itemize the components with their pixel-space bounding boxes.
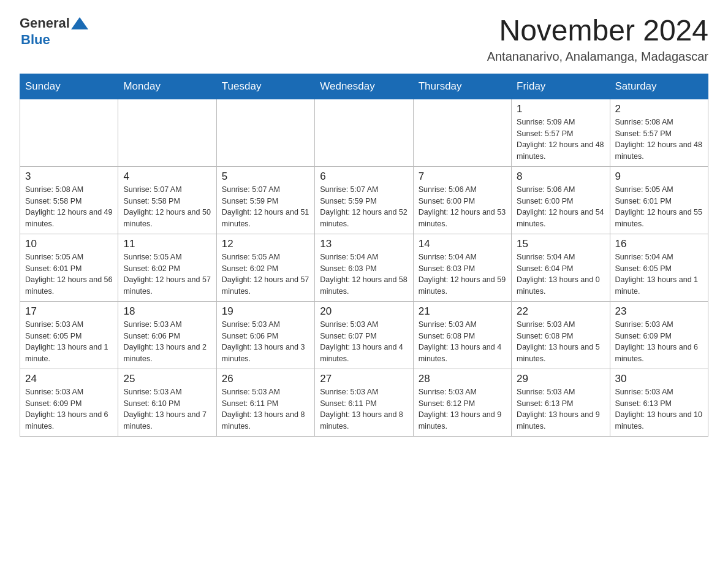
table-row: 25Sunrise: 5:03 AMSunset: 6:10 PMDayligh… — [118, 369, 216, 436]
table-row — [413, 99, 511, 166]
day-number: 24 — [25, 373, 113, 385]
day-info: Sunrise: 5:04 AMSunset: 6:04 PMDaylight:… — [517, 251, 604, 297]
table-row: 2Sunrise: 5:08 AMSunset: 5:57 PMDaylight… — [610, 99, 708, 166]
day-info: Sunrise: 5:05 AMSunset: 6:01 PMDaylight:… — [615, 184, 703, 230]
header-tuesday: Tuesday — [216, 74, 314, 99]
day-number: 27 — [320, 373, 408, 385]
table-row: 14Sunrise: 5:04 AMSunset: 6:03 PMDayligh… — [413, 234, 511, 301]
table-row: 12Sunrise: 5:05 AMSunset: 6:02 PMDayligh… — [216, 234, 314, 301]
table-row: 28Sunrise: 5:03 AMSunset: 6:12 PMDayligh… — [413, 369, 511, 436]
day-info: Sunrise: 5:04 AMSunset: 6:03 PMDaylight:… — [320, 251, 408, 297]
day-info: Sunrise: 5:03 AMSunset: 6:11 PMDaylight:… — [222, 386, 309, 432]
logo-icon — [71, 15, 88, 32]
calendar-subtitle: Antananarivo, Analamanga, Madagascar — [487, 50, 708, 64]
table-row: 20Sunrise: 5:03 AMSunset: 6:07 PMDayligh… — [315, 301, 413, 369]
table-row: 23Sunrise: 5:03 AMSunset: 6:09 PMDayligh… — [610, 301, 708, 369]
table-row: 6Sunrise: 5:07 AMSunset: 5:59 PMDaylight… — [315, 166, 413, 234]
table-row: 9Sunrise: 5:05 AMSunset: 6:01 PMDaylight… — [610, 166, 708, 234]
table-row: 11Sunrise: 5:05 AMSunset: 6:02 PMDayligh… — [118, 234, 216, 301]
day-number: 2 — [615, 103, 703, 115]
table-row: 21Sunrise: 5:03 AMSunset: 6:08 PMDayligh… — [413, 301, 511, 369]
day-info: Sunrise: 5:03 AMSunset: 6:12 PMDaylight:… — [419, 386, 506, 432]
day-number: 29 — [517, 373, 604, 385]
table-row: 30Sunrise: 5:03 AMSunset: 6:13 PMDayligh… — [610, 369, 708, 436]
day-number: 17 — [25, 305, 113, 318]
table-row: 22Sunrise: 5:03 AMSunset: 6:08 PMDayligh… — [512, 301, 610, 369]
day-info: Sunrise: 5:07 AMSunset: 5:58 PMDaylight:… — [123, 184, 211, 230]
header-friday: Friday — [512, 74, 610, 99]
day-info: Sunrise: 5:05 AMSunset: 6:01 PMDaylight:… — [25, 251, 113, 297]
table-row — [315, 99, 413, 166]
logo: General Blue — [20, 15, 88, 48]
day-number: 15 — [517, 238, 604, 250]
day-info: Sunrise: 5:08 AMSunset: 5:58 PMDaylight:… — [25, 184, 113, 230]
table-row: 7Sunrise: 5:06 AMSunset: 6:00 PMDaylight… — [413, 166, 511, 234]
calendar-week-row: 17Sunrise: 5:03 AMSunset: 6:05 PMDayligh… — [20, 301, 708, 369]
day-number: 13 — [320, 238, 408, 250]
day-info: Sunrise: 5:04 AMSunset: 6:03 PMDaylight:… — [419, 251, 506, 297]
table-row — [216, 99, 314, 166]
day-info: Sunrise: 5:05 AMSunset: 6:02 PMDaylight:… — [123, 251, 211, 297]
day-info: Sunrise: 5:03 AMSunset: 6:06 PMDaylight:… — [123, 319, 211, 365]
day-number: 10 — [25, 238, 113, 250]
day-number: 4 — [123, 170, 211, 183]
calendar-table: Sunday Monday Tuesday Wednesday Thursday… — [20, 74, 708, 437]
calendar-week-row: 3Sunrise: 5:08 AMSunset: 5:58 PMDaylight… — [20, 166, 708, 234]
header-monday: Monday — [118, 74, 216, 99]
calendar-week-row: 24Sunrise: 5:03 AMSunset: 6:09 PMDayligh… — [20, 369, 708, 436]
day-number: 11 — [123, 238, 211, 250]
day-info: Sunrise: 5:06 AMSunset: 6:00 PMDaylight:… — [517, 184, 604, 230]
table-row: 19Sunrise: 5:03 AMSunset: 6:06 PMDayligh… — [216, 301, 314, 369]
calendar-week-row: 1Sunrise: 5:09 AMSunset: 5:57 PMDaylight… — [20, 99, 708, 166]
day-number: 28 — [419, 373, 506, 385]
logo-general: General — [20, 15, 70, 31]
table-row: 10Sunrise: 5:05 AMSunset: 6:01 PMDayligh… — [20, 234, 118, 301]
day-info: Sunrise: 5:03 AMSunset: 6:13 PMDaylight:… — [517, 386, 604, 432]
table-row: 27Sunrise: 5:03 AMSunset: 6:11 PMDayligh… — [315, 369, 413, 436]
day-number: 25 — [123, 373, 211, 385]
day-info: Sunrise: 5:05 AMSunset: 6:02 PMDaylight:… — [222, 251, 309, 297]
day-number: 8 — [517, 170, 604, 183]
day-number: 30 — [615, 373, 703, 385]
day-number: 12 — [222, 238, 309, 250]
calendar-week-row: 10Sunrise: 5:05 AMSunset: 6:01 PMDayligh… — [20, 234, 708, 301]
day-number: 20 — [320, 305, 408, 318]
logo-blue: Blue — [21, 32, 50, 48]
table-row: 13Sunrise: 5:04 AMSunset: 6:03 PMDayligh… — [315, 234, 413, 301]
header-thursday: Thursday — [413, 74, 511, 99]
table-row: 5Sunrise: 5:07 AMSunset: 5:59 PMDaylight… — [216, 166, 314, 234]
day-number: 26 — [222, 373, 309, 385]
day-number: 1 — [517, 103, 604, 115]
day-number: 18 — [123, 305, 211, 318]
day-number: 9 — [615, 170, 703, 183]
day-info: Sunrise: 5:03 AMSunset: 6:07 PMDaylight:… — [320, 319, 408, 365]
table-row: 4Sunrise: 5:07 AMSunset: 5:58 PMDaylight… — [118, 166, 216, 234]
table-row: 8Sunrise: 5:06 AMSunset: 6:00 PMDaylight… — [512, 166, 610, 234]
day-number: 22 — [517, 305, 604, 318]
day-info: Sunrise: 5:04 AMSunset: 6:05 PMDaylight:… — [615, 251, 703, 297]
day-number: 6 — [320, 170, 408, 183]
day-info: Sunrise: 5:03 AMSunset: 6:09 PMDaylight:… — [25, 386, 113, 432]
day-info: Sunrise: 5:07 AMSunset: 5:59 PMDaylight:… — [320, 184, 408, 230]
svg-marker-0 — [71, 17, 88, 29]
calendar-header-row: Sunday Monday Tuesday Wednesday Thursday… — [20, 74, 708, 99]
calendar-title: November 2024 — [487, 15, 708, 47]
header-sunday: Sunday — [20, 74, 118, 99]
table-row: 1Sunrise: 5:09 AMSunset: 5:57 PMDaylight… — [512, 99, 610, 166]
day-info: Sunrise: 5:08 AMSunset: 5:57 PMDaylight:… — [615, 117, 703, 163]
table-row: 15Sunrise: 5:04 AMSunset: 6:04 PMDayligh… — [512, 234, 610, 301]
day-info: Sunrise: 5:03 AMSunset: 6:11 PMDaylight:… — [320, 386, 408, 432]
day-number: 21 — [419, 305, 506, 318]
header-saturday: Saturday — [610, 74, 708, 99]
page-header: General Blue November 2024 Antananarivo,… — [20, 15, 708, 64]
table-row: 16Sunrise: 5:04 AMSunset: 6:05 PMDayligh… — [610, 234, 708, 301]
day-number: 23 — [615, 305, 703, 318]
table-row: 18Sunrise: 5:03 AMSunset: 6:06 PMDayligh… — [118, 301, 216, 369]
day-number: 3 — [25, 170, 113, 183]
table-row: 3Sunrise: 5:08 AMSunset: 5:58 PMDaylight… — [20, 166, 118, 234]
table-row: 29Sunrise: 5:03 AMSunset: 6:13 PMDayligh… — [512, 369, 610, 436]
table-row — [20, 99, 118, 166]
day-info: Sunrise: 5:03 AMSunset: 6:09 PMDaylight:… — [615, 319, 703, 365]
day-info: Sunrise: 5:09 AMSunset: 5:57 PMDaylight:… — [517, 117, 604, 163]
table-row — [118, 99, 216, 166]
